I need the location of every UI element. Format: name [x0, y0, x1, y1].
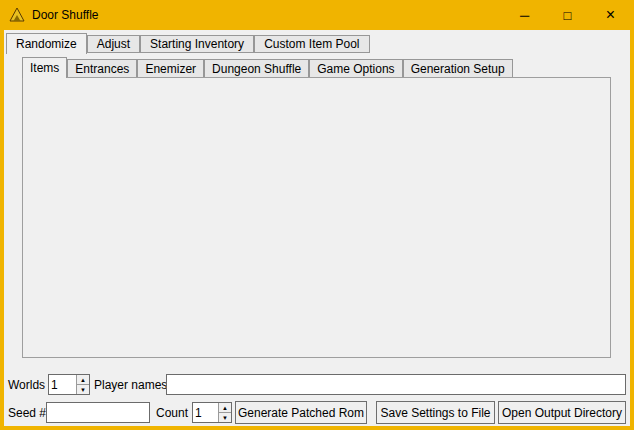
seed-label: Seed #: [8, 402, 46, 423]
tab-randomize[interactable]: Randomize: [6, 33, 87, 54]
inner-tab-bar: Items Entrances Enemizer Dungeon Shuffle…: [22, 57, 513, 77]
window-controls: ─ □ ×: [503, 0, 632, 30]
minimize-icon: ─: [520, 8, 529, 23]
tab-dungeon-shuffle[interactable]: Dungeon Shuffle: [204, 59, 309, 77]
spin-up-icon[interactable]: ▲: [218, 403, 231, 412]
player-names-input[interactable]: [166, 374, 626, 395]
spin-up-icon[interactable]: ▲: [76, 375, 89, 384]
tab-game-options[interactable]: Game Options: [309, 59, 402, 77]
app-icon: [9, 7, 25, 23]
count-input[interactable]: [193, 403, 218, 422]
worlds-spinner: ▲ ▼: [48, 374, 90, 395]
tab-adjust[interactable]: Adjust: [87, 35, 140, 53]
tab-items[interactable]: Items: [22, 57, 67, 78]
app-window: Door Shuffle ─ □ × Randomize Adjust Star…: [0, 0, 634, 430]
count-label: Count: [156, 402, 188, 423]
spin-down-icon[interactable]: ▼: [218, 412, 231, 422]
maximize-icon: □: [564, 8, 572, 23]
client-area: Randomize Adjust Starting Inventory Cust…: [4, 30, 630, 426]
generate-patched-rom-button[interactable]: Generate Patched Rom: [235, 401, 367, 424]
window-title: Door Shuffle: [32, 8, 99, 22]
maximize-button[interactable]: □: [546, 0, 589, 30]
tab-generation-setup[interactable]: Generation Setup: [403, 59, 513, 77]
items-tab-pane: [22, 77, 611, 358]
titlebar[interactable]: Door Shuffle ─ □ ×: [0, 0, 634, 30]
tab-enemizer[interactable]: Enemizer: [137, 59, 204, 77]
seed-input[interactable]: [46, 402, 150, 423]
worlds-input[interactable]: [49, 375, 76, 394]
close-button[interactable]: ×: [589, 0, 632, 30]
tab-entrances[interactable]: Entrances: [67, 59, 137, 77]
count-spinner: ▲ ▼: [192, 402, 232, 423]
worlds-label: Worlds: [8, 374, 45, 395]
player-names-label: Player names: [94, 374, 167, 395]
tab-starting-inventory[interactable]: Starting Inventory: [140, 35, 254, 53]
outer-tab-bar: Randomize Adjust Starting Inventory Cust…: [6, 32, 370, 53]
open-output-directory-button[interactable]: Open Output Directory: [498, 401, 626, 424]
tab-custom-item-pool[interactable]: Custom Item Pool: [254, 35, 369, 53]
spin-down-icon[interactable]: ▼: [76, 384, 89, 394]
save-settings-button[interactable]: Save Settings to File: [376, 401, 495, 424]
close-icon: ×: [606, 6, 615, 24]
minimize-button[interactable]: ─: [503, 0, 546, 30]
